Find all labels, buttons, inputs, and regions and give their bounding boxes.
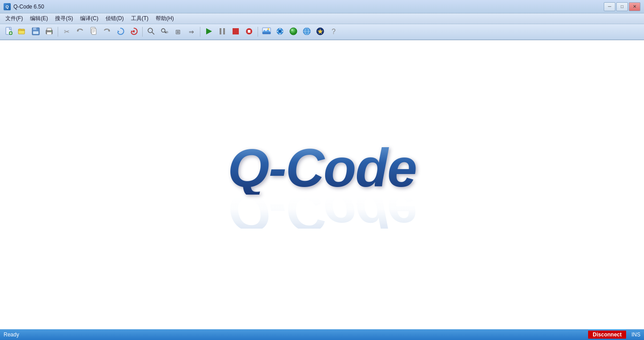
app-icon: Q — [4, 3, 11, 10]
logo-reflection: Q-Code — [228, 196, 416, 229]
svg-point-47 — [290, 28, 297, 35]
svg-line-25 — [152, 32, 154, 34]
minimize-button[interactable]: ─ — [604, 2, 615, 11]
svg-rect-30 — [220, 28, 221, 34]
settings1-icon — [275, 27, 284, 37]
open-icon — [18, 27, 27, 37]
svg-rect-8 — [36, 28, 37, 30]
new-doc-icon — [4, 27, 13, 37]
window-title: Q-Code 6.50 — [13, 4, 44, 10]
maximize-button[interactable]: □ — [616, 2, 628, 11]
disconnect-button[interactable]: Disconnect — [588, 331, 626, 339]
print-button[interactable] — [43, 26, 55, 38]
question-icon: ? — [332, 28, 336, 36]
refresh-icon — [116, 27, 125, 37]
grid-button[interactable]: ⊞ — [172, 26, 184, 38]
svg-text:ab: ab — [165, 30, 168, 34]
redo-button[interactable] — [101, 26, 113, 38]
logo-container: Q-Code Q-Code — [228, 141, 416, 229]
green-circle-icon — [289, 27, 298, 37]
svg-point-38 — [267, 28, 269, 30]
svg-point-24 — [148, 28, 153, 33]
copy-button[interactable] — [87, 26, 100, 38]
toolbar-sep-3 — [200, 27, 200, 37]
cancel-icon — [129, 27, 138, 37]
image-button[interactable] — [260, 26, 273, 38]
svg-rect-10 — [47, 28, 51, 30]
window-controls: ─ □ ✕ — [604, 2, 640, 11]
menu-bar: 文件(F) 编辑(E) 搜寻(S) 编译(C) 侦错(D) 工具(T) 帮助(H… — [0, 13, 644, 24]
grid-icon: ⊞ — [175, 28, 181, 35]
star-icon — [316, 27, 325, 37]
globe-button[interactable] — [301, 26, 313, 38]
toolbar-sep-4 — [258, 27, 258, 37]
app-icon-letter: Q — [5, 4, 8, 9]
svg-rect-39 — [263, 32, 271, 34]
stop2-icon — [245, 27, 254, 37]
pause-button[interactable] — [216, 26, 229, 38]
stop2-button[interactable] — [243, 26, 255, 38]
arrow-icon: ⇒ — [189, 28, 194, 35]
cut-button[interactable]: ✂ — [60, 26, 73, 38]
status-bar: Ready Disconnect INS — [0, 329, 644, 340]
replace-icon: ab — [160, 27, 169, 37]
svg-point-12 — [51, 31, 51, 32]
globe-icon — [302, 27, 311, 37]
svg-marker-20 — [118, 30, 119, 33]
menu-search[interactable]: 搜寻(S) — [51, 14, 76, 23]
save-icon — [31, 27, 40, 37]
search-icon — [147, 27, 156, 37]
cancel-button[interactable] — [127, 26, 140, 38]
svg-point-42 — [279, 30, 281, 33]
close-button[interactable]: ✕ — [629, 2, 640, 11]
cut-icon: ✂ — [64, 28, 70, 36]
main-content: Q-Code Q-Code — [0, 40, 644, 329]
refresh-button[interactable] — [114, 26, 127, 38]
status-ins-text: INS — [631, 332, 640, 338]
copy-icon — [89, 27, 98, 37]
new-file-icon — [4, 27, 13, 36]
new-file-button[interactable] — [3, 26, 15, 38]
stop-icon — [231, 27, 240, 37]
undo-button[interactable] — [74, 26, 86, 38]
question-button[interactable]: ? — [327, 26, 340, 38]
title-bar-left: Q Q-Code 6.50 — [4, 3, 44, 10]
menu-debug[interactable]: 侦错(D) — [102, 14, 127, 23]
arrow-button[interactable]: ⇒ — [185, 26, 198, 38]
svg-rect-34 — [248, 30, 250, 33]
title-bar: Q Q-Code 6.50 ─ □ ✕ — [0, 0, 644, 13]
toolbar-sep-2 — [142, 27, 143, 37]
menu-tools[interactable]: 工具(T) — [127, 14, 152, 23]
svg-rect-11 — [47, 32, 51, 34]
svg-point-48 — [291, 29, 293, 31]
menu-help[interactable]: 帮助(H) — [152, 14, 178, 23]
settings1-button[interactable] — [274, 26, 286, 38]
toolbar: ✂ — [0, 24, 644, 40]
menu-file[interactable]: 文件(F) — [2, 14, 26, 23]
svg-rect-32 — [233, 28, 239, 34]
svg-rect-7 — [33, 31, 38, 34]
star-button[interactable] — [314, 26, 326, 38]
print-icon — [45, 27, 54, 37]
save-button[interactable] — [30, 26, 42, 38]
status-right: Disconnect INS — [588, 331, 640, 339]
image-icon — [262, 27, 271, 37]
replace-button[interactable]: ab — [158, 26, 171, 38]
status-ready-text: Ready — [4, 332, 19, 338]
menu-compile[interactable]: 编译(C) — [76, 14, 102, 23]
undo-icon — [76, 27, 85, 37]
open-button[interactable] — [16, 26, 29, 38]
menu-edit[interactable]: 编辑(E) — [26, 14, 51, 23]
pause-icon — [218, 27, 227, 37]
green-circle-button[interactable] — [287, 26, 300, 38]
svg-marker-29 — [206, 28, 212, 34]
stop-button[interactable] — [229, 26, 242, 38]
svg-rect-6 — [33, 28, 37, 30]
svg-rect-31 — [223, 28, 225, 34]
toolbar-sep-1 — [58, 27, 58, 37]
run-button[interactable] — [203, 26, 215, 38]
search-button[interactable] — [145, 26, 157, 38]
run-icon — [204, 27, 213, 37]
svg-rect-15 — [92, 29, 96, 34]
redo-icon — [102, 27, 111, 37]
